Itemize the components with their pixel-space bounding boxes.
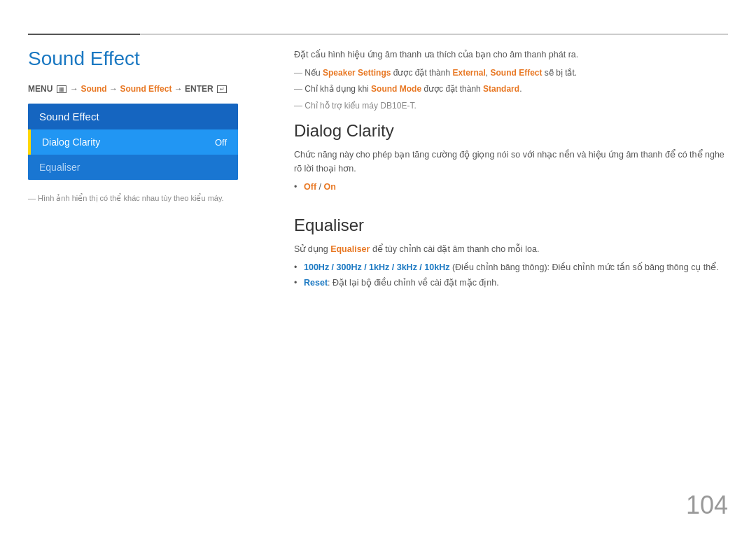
note1-link3: Sound Effect	[490, 68, 542, 78]
enter-icon: ↵	[217, 85, 227, 93]
left-note: Hình ảnh hiển thị có thể khác nhau tùy t…	[28, 194, 252, 203]
top-note-1: Nếu Speaker Settings được đặt thành Exte…	[294, 66, 728, 80]
note2-link2: Standard	[483, 84, 519, 94]
note2-link1: Sound Mode	[371, 84, 421, 94]
ui-menu-header: Sound Effect	[28, 104, 238, 129]
page-number: 104	[686, 491, 728, 520]
equaliser-title: Equaliser	[294, 216, 728, 235]
top-border-accent	[28, 34, 140, 35]
menu-path: MENU ▦ → Sound → Sound Effect → ENTER ↵	[28, 84, 252, 94]
dialog-clarity-bullet-1: Off / On	[294, 180, 728, 195]
menu-sound-effect: Sound Effect	[120, 84, 172, 94]
note1-mid: được đặt thành	[391, 68, 452, 78]
equaliser-desc: Sử dụng Equaliser để tùy chỉnh cài đặt â…	[294, 242, 728, 256]
bullet-off: Off	[304, 182, 316, 192]
menu-item-equaliser-label: Equaliser	[39, 162, 80, 173]
right-panel: Đặt cấu hình hiệu ứng âm thanh ưa thích …	[294, 48, 728, 296]
equaliser-bullets: 100Hz / 300Hz / 1kHz / 3kHz / 10kHz (Điề…	[294, 260, 728, 290]
menu-item-dialog-clarity-value: Off	[215, 137, 227, 148]
equaliser-bullet-2: Reset: Đặt lại bộ điều chỉnh về cài đặt …	[294, 276, 728, 290]
menu-enter-label: ENTER	[185, 84, 214, 94]
ui-menu: Sound Effect Dialog Clarity Off Equalise…	[28, 104, 238, 180]
note2-pre: Chỉ khả dụng khi	[304, 84, 371, 94]
bullet-slash: /	[316, 182, 323, 192]
note1-link2: External	[452, 68, 485, 78]
dialog-clarity-title: Dialog Clarity	[294, 121, 728, 141]
right-top-notes: Đặt cấu hình hiệu ứng âm thanh ưa thích …	[294, 48, 728, 113]
menu-item-dialog-clarity[interactable]: Dialog Clarity Off	[28, 129, 238, 155]
dialog-clarity-bullets: Off / On	[294, 180, 728, 195]
menu-sound: Sound	[80, 84, 106, 94]
equaliser-reset-link: Reset	[304, 278, 328, 288]
menu-item-equaliser[interactable]: Equaliser	[28, 155, 238, 180]
equaliser-bullet2-post: : Đặt lại bộ điều chỉnh về cài đặt mặc đ…	[328, 278, 499, 288]
equaliser-desc-post: để tùy chỉnh cài đặt âm thanh cho mỗi lo…	[370, 244, 539, 254]
equaliser-bullet-1: 100Hz / 300Hz / 1kHz / 3kHz / 10kHz (Điề…	[294, 260, 728, 275]
dialog-clarity-desc: Chức năng này cho phép bạn tăng cường độ…	[294, 148, 728, 176]
top-note-3: Chỉ hỗ trợ kiểu máy DB10E-T.	[294, 99, 728, 113]
note1-post: sẽ bị tắt.	[542, 68, 577, 78]
menu-prefix: MENU	[28, 84, 52, 94]
intro-line1: Đặt cấu hình hiệu ứng âm thanh ưa thích …	[294, 48, 728, 62]
equaliser-bullet1-post: (Điều chỉnh băng thông): Điều chỉnh mức …	[449, 262, 718, 272]
note1-link1: Speaker Settings	[323, 68, 391, 78]
equaliser-desc-link: Equaliser	[330, 244, 370, 254]
note2-post: .	[519, 84, 522, 94]
menu-arrow2: →	[109, 84, 118, 94]
menu-arrow1: →	[70, 84, 78, 94]
menu-item-dialog-clarity-label: Dialog Clarity	[42, 136, 100, 148]
note1-pre: Nếu	[304, 68, 323, 78]
equaliser-desc-pre: Sử dụng	[294, 244, 330, 254]
top-note-2: Chỉ khả dụng khi Sound Mode được đặt thà…	[294, 82, 728, 96]
equaliser-freq-links: 100Hz / 300Hz / 1kHz / 3kHz / 10kHz	[304, 262, 449, 272]
page-title: Sound Effect	[28, 48, 252, 70]
menu-arrow3: →	[174, 84, 183, 94]
bullet-on: On	[323, 182, 335, 192]
menu-icon: ▦	[57, 85, 66, 93]
left-panel: Sound Effect MENU ▦ → Sound → Sound Effe…	[28, 48, 252, 203]
note2-mid: được đặt thành	[421, 84, 483, 94]
